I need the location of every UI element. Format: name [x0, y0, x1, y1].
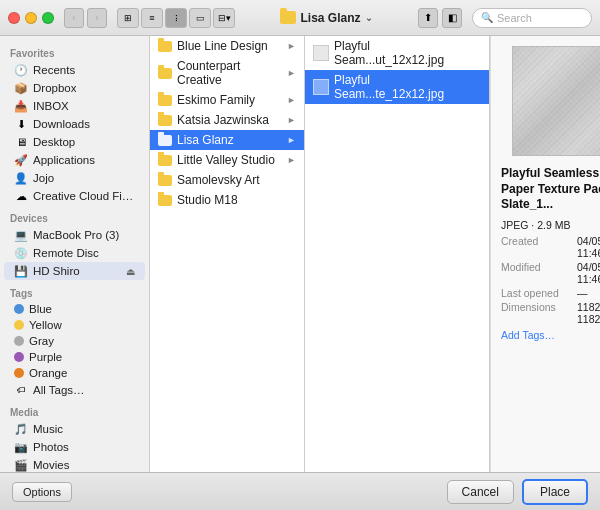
- sidebar-item-label: All Tags…: [33, 384, 85, 396]
- file-item-1[interactable]: Playful Seam...ut_12x12.jpg: [305, 36, 489, 70]
- arrow-icon: ►: [287, 155, 296, 165]
- add-tags-link[interactable]: Add Tags…: [501, 329, 555, 341]
- sidebar-item-dropbox[interactable]: 📦 Dropbox: [4, 79, 145, 97]
- sidebar-item-tag-yellow[interactable]: Yellow: [4, 317, 145, 333]
- blue-tag-dot: [14, 304, 24, 314]
- maximize-button[interactable]: [42, 12, 54, 24]
- search-icon: 🔍: [481, 12, 493, 23]
- file-thumbnail: [313, 79, 329, 95]
- sidebar-item-label: Recents: [33, 64, 75, 76]
- file-thumbnail: [313, 45, 329, 61]
- sidebar-item-label: Photos: [33, 441, 69, 453]
- inbox-icon: 📥: [14, 99, 28, 113]
- more-options-button[interactable]: ⊟▾: [213, 8, 235, 28]
- main-content: Favorites 🕐 Recents 📦 Dropbox 📥 INBOX ⬇ …: [0, 36, 600, 472]
- sidebar-item-creative-cloud[interactable]: ☁ Creative Cloud Files: [4, 187, 145, 205]
- action-button[interactable]: ◧: [442, 8, 462, 28]
- devices-label: Devices: [0, 205, 149, 226]
- sidebar-item-movies[interactable]: 🎬 Movies: [4, 456, 145, 472]
- sidebar-item-tag-blue[interactable]: Blue: [4, 301, 145, 317]
- minimize-button[interactable]: [25, 12, 37, 24]
- sidebar-item-jojo[interactable]: 👤 Jojo: [4, 169, 145, 187]
- col1-item-katsia[interactable]: Katsia Jazwinska ►: [150, 110, 304, 130]
- sidebar-item-applications[interactable]: 🚀 Applications: [4, 151, 145, 169]
- arrow-icon: ►: [287, 95, 296, 105]
- sidebar-item-tag-orange[interactable]: Orange: [4, 365, 145, 381]
- cover-flow-button[interactable]: ▭: [189, 8, 211, 28]
- close-button[interactable]: [8, 12, 20, 24]
- sidebar-item-label: Purple: [29, 351, 62, 363]
- column-view-button[interactable]: ⫶: [165, 8, 187, 28]
- all-tags-icon: 🏷: [14, 383, 28, 397]
- sidebar-item-photos[interactable]: 📷 Photos: [4, 438, 145, 456]
- gray-tag-dot: [14, 336, 24, 346]
- sidebar-item-inbox[interactable]: 📥 INBOX: [4, 97, 145, 115]
- dropbox-icon: 📦: [14, 81, 28, 95]
- sidebar-item-macbook[interactable]: 💻 MacBook Pro (3): [4, 226, 145, 244]
- file-item-2[interactable]: Playful Seam...te_12x12.jpg: [305, 70, 489, 104]
- applications-icon: 🚀: [14, 153, 28, 167]
- column-browser: Blue Line Design ► Counterpart Creative …: [150, 36, 600, 472]
- file-item-label: Playful Seam...te_12x12.jpg: [334, 73, 481, 101]
- sidebar-item-all-tags[interactable]: 🏷 All Tags…: [4, 381, 145, 399]
- dimensions-label: Dimensions: [501, 301, 573, 325]
- purple-tag-dot: [14, 352, 24, 362]
- col1-item-little-valley[interactable]: Little Valley Studio ►: [150, 150, 304, 170]
- sidebar-item-hd-shiro[interactable]: 💾 HD Shiro ⏏: [4, 262, 145, 280]
- sidebar-item-label: Jojo: [33, 172, 54, 184]
- sidebar-item-desktop[interactable]: 🖥 Desktop: [4, 133, 145, 151]
- jojo-icon: 👤: [14, 171, 28, 185]
- photos-icon: 📷: [14, 440, 28, 454]
- sidebar-item-tag-purple[interactable]: Purple: [4, 349, 145, 365]
- sidebar-item-music[interactable]: 🎵 Music: [4, 420, 145, 438]
- sidebar-item-label: Applications: [33, 154, 95, 166]
- sidebar-item-recents[interactable]: 🕐 Recents: [4, 61, 145, 79]
- eject-icon[interactable]: ⏏: [126, 266, 135, 277]
- sidebar-item-label: Gray: [29, 335, 54, 347]
- sidebar-item-label: HD Shiro: [33, 265, 121, 277]
- folder-icon: [158, 135, 172, 146]
- preview-filename: Playful Seamless Paper Texture Pack – Sl…: [501, 166, 600, 213]
- sidebar-item-label: Music: [33, 423, 63, 435]
- sidebar: Favorites 🕐 Recents 📦 Dropbox 📥 INBOX ⬇ …: [0, 36, 150, 472]
- share-button[interactable]: ⬆: [418, 8, 438, 28]
- sidebar-item-label: Downloads: [33, 118, 90, 130]
- nav-buttons: ‹ ›: [64, 8, 107, 28]
- yellow-tag-dot: [14, 320, 24, 330]
- folder-icon: [158, 175, 172, 186]
- preview-type: JPEG · 2.9 MB: [501, 219, 570, 231]
- col1-item-label: Studio M18: [177, 193, 238, 207]
- folder-icon: [158, 195, 172, 206]
- col1-item-counterpart[interactable]: Counterpart Creative ►: [150, 56, 304, 90]
- arrow-icon: ►: [287, 115, 296, 125]
- folder-icon: [158, 155, 172, 166]
- arrow-icon: ►: [287, 135, 296, 145]
- folder-icon: [158, 68, 172, 79]
- icon-view-button[interactable]: ⊞: [117, 8, 139, 28]
- preview-created: 04/05/2018, 11:46: [577, 235, 600, 259]
- back-button[interactable]: ‹: [64, 8, 84, 28]
- cancel-button[interactable]: Cancel: [447, 480, 514, 504]
- folder-icon: [158, 115, 172, 126]
- forward-button[interactable]: ›: [87, 8, 107, 28]
- sidebar-item-label: Yellow: [29, 319, 62, 331]
- bottom-bar: Options Cancel Place: [0, 472, 600, 510]
- sidebar-item-remote-disc[interactable]: 💿 Remote Disc: [4, 244, 145, 262]
- options-button[interactable]: Options: [12, 482, 72, 502]
- arrow-icon: ►: [287, 68, 296, 78]
- current-folder-name: Lisa Glanz: [300, 11, 360, 25]
- col1-item-samolevsky[interactable]: Samolevsky Art: [150, 170, 304, 190]
- list-view-button[interactable]: ≡: [141, 8, 163, 28]
- search-box[interactable]: 🔍 Search: [472, 8, 592, 28]
- sidebar-item-tag-gray[interactable]: Gray: [4, 333, 145, 349]
- col1-item-eskimo[interactable]: Eskimo Family ►: [150, 90, 304, 110]
- titlebar: ‹ › ⊞ ≡ ⫶ ▭ ⊟▾ Lisa Glanz ⌄ ⬆ ◧ 🔍 Search: [0, 0, 600, 36]
- sidebar-item-label: Remote Disc: [33, 247, 99, 259]
- movies-icon: 🎬: [14, 458, 28, 472]
- col1-item-blue-line[interactable]: Blue Line Design ►: [150, 36, 304, 56]
- place-button[interactable]: Place: [522, 479, 588, 505]
- col1-item-studio-m18[interactable]: Studio M18: [150, 190, 304, 210]
- preview-thumbnail: [512, 46, 600, 156]
- col1-item-lisa-glanz[interactable]: Lisa Glanz ►: [150, 130, 304, 150]
- sidebar-item-downloads[interactable]: ⬇ Downloads: [4, 115, 145, 133]
